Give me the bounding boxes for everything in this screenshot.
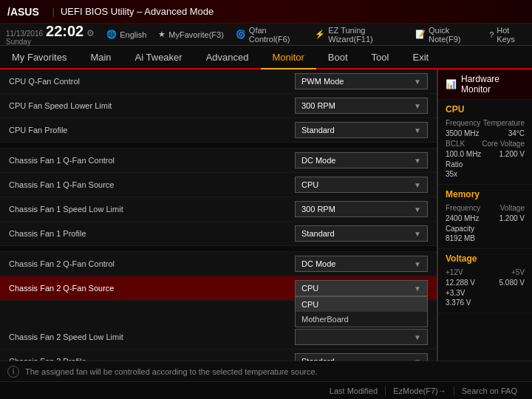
- footer-ezmode[interactable]: EzMode(F7)→: [386, 386, 454, 395]
- hotkeys-label: Hot Keys: [497, 26, 526, 44]
- dropdown-arrow-icon: ▼: [414, 205, 421, 214]
- nav-exit[interactable]: Exit: [400, 45, 440, 69]
- hw-cpu-title: CPU: [446, 104, 525, 115]
- chassis-fan1-profile-label: Chassis Fan 1 Profile: [9, 229, 295, 238]
- info-row: i The assigned fan will be controlled ac…: [0, 361, 532, 381]
- chassis-fan2-qfan-control-dropdown[interactable]: DC Mode ▼: [295, 256, 428, 272]
- chassis-fan1-qfan-control-label: Chassis Fan 1 Q-Fan Control: [9, 156, 295, 165]
- chassis-fan1-speed-low-limit-dropdown-container: 300 RPM ▼: [295, 201, 428, 217]
- hw-cpu-temperature-value: 34°C: [508, 129, 525, 137]
- hw-memory-title: Memory: [446, 189, 525, 200]
- toolbar-english[interactable]: 🌐 English: [106, 30, 146, 39]
- nav-advanced[interactable]: Advanced: [194, 45, 261, 69]
- title-text: UEFI BIOS Utility – Advanced Mode: [61, 6, 214, 17]
- hw-ratio-value: 35x: [446, 170, 525, 178]
- hw-core-voltage-value: 1.200 V: [499, 150, 525, 158]
- title-divider: |: [52, 7, 55, 17]
- chassis-fan2-qfan-source-dropdown[interactable]: CPU ▼: [295, 280, 428, 296]
- setting-chassis-fan2-profile: Chassis Fan 2 Profile Standard ▼: [0, 349, 437, 361]
- chassis-fan2-profile-label: Chassis Fan 2 Profile: [9, 357, 295, 361]
- chassis-fan2-speed-low-limit-dropdown[interactable]: ▼: [295, 329, 428, 345]
- chassis-fan2-profile-value: Standard: [301, 357, 335, 361]
- chassis-fan2-qfan-source-label: Chassis Fan 2 Q-Fan Source: [9, 284, 295, 293]
- section-divider-2: [0, 246, 437, 252]
- toolbar-qfan[interactable]: 🌀 Qfan Control(F6): [236, 26, 303, 44]
- eztuning-label: EZ Tuning Wizard(F11): [328, 26, 403, 44]
- setting-chassis-fan2-qfan-control: Chassis Fan 2 Q-Fan Control DC Mode ▼: [0, 252, 437, 276]
- lightning-icon: ⚡: [315, 30, 325, 39]
- nav-main[interactable]: Main: [78, 45, 123, 69]
- chassis-fan2-profile-dropdown[interactable]: Standard ▼: [295, 353, 428, 361]
- info-text: The assigned fan will be controlled acco…: [25, 367, 318, 376]
- dropdown-arrow-icon: ▼: [414, 230, 421, 238]
- cpu-fan-profile-dropdown[interactable]: Standard ▼: [295, 122, 428, 138]
- myfavorite-label: MyFavorite(F3): [168, 30, 224, 39]
- footer-search-faq[interactable]: Search on FAQ: [454, 386, 525, 395]
- setting-cpu-qfan-control: CPU Q-Fan Control PWM Mode ▼: [0, 69, 437, 94]
- dropdown-arrow-icon: ▼: [414, 181, 421, 189]
- main-content: CPU Q-Fan Control PWM Mode ▼ CPU Fan Spe…: [0, 69, 532, 361]
- dropdown-arrow-icon: ▼: [414, 358, 421, 361]
- settings-gear-icon[interactable]: ⚙: [86, 28, 95, 38]
- hw-12v-value: 12.288 V: [446, 279, 475, 287]
- chassis-fan1-speed-low-limit-dropdown[interactable]: 300 RPM ▼: [295, 201, 428, 217]
- cpu-qfan-control-dropdown[interactable]: PWM Mode ▼: [295, 73, 428, 89]
- cpu-fan-speed-lower-limit-dropdown[interactable]: 300 RPM ▼: [295, 98, 428, 114]
- hw-monitor-title: 📊 Hardware Monitor: [438, 69, 532, 100]
- chassis-fan2-speed-low-limit-label: Chassis Fan 2 Speed Low Limit: [9, 332, 295, 341]
- setting-chassis-fan1-qfan-control: Chassis Fan 1 Q-Fan Control DC Mode ▼: [0, 149, 437, 173]
- globe-icon: 🌐: [106, 30, 117, 39]
- cpu-fan-speed-lower-limit-label: CPU Fan Speed Lower Limit: [9, 101, 295, 110]
- footer-last-modified[interactable]: Last Modified: [322, 386, 386, 395]
- hw-frequency-label: Frequency: [446, 119, 480, 127]
- cpu-fan-profile-dropdown-container: Standard ▼: [295, 122, 428, 138]
- titlebar: /ASUS | UEFI BIOS Utility – Advanced Mod…: [0, 0, 532, 24]
- nav-boot[interactable]: Boot: [316, 45, 360, 69]
- nav-myfavorites[interactable]: My Favorites: [0, 45, 78, 69]
- setting-chassis-fan1-speed-low-limit: Chassis Fan 1 Speed Low Limit 300 RPM ▼: [0, 197, 437, 222]
- hw-capacity-value: 8192 MB: [446, 234, 525, 242]
- chassis-fan1-qfan-control-dropdown[interactable]: DC Mode ▼: [295, 152, 428, 168]
- chassis-fan1-qfan-source-dropdown[interactable]: CPU ▼: [295, 177, 428, 193]
- chassis-fan2-source-menu: CPU MotherBoard: [295, 296, 428, 327]
- fan-icon: 🌀: [236, 30, 246, 39]
- quicknote-label: Quick Note(F9): [429, 26, 477, 44]
- dropdown-arrow-icon: ▼: [414, 126, 421, 134]
- hw-core-voltage-label: Core Voltage: [482, 140, 525, 148]
- settings-panel: CPU Q-Fan Control PWM Mode ▼ CPU Fan Spe…: [0, 69, 437, 361]
- dropdown-arrow-icon: ▼: [414, 333, 421, 341]
- cpu-fan-speed-lower-limit-dropdown-container: 300 RPM ▼: [295, 98, 428, 114]
- chassis-fan2-qfan-source-dropdown-container: CPU ▼ CPU MotherBoard: [295, 280, 428, 296]
- hw-voltage-section: Voltage +12V +5V 12.288 V 5.080 V +3.3V …: [438, 249, 532, 313]
- hw-voltage-title: Voltage: [446, 253, 525, 264]
- nav-tool[interactable]: Tool: [360, 45, 401, 69]
- chassis-fan1-profile-dropdown[interactable]: Standard ▼: [295, 225, 428, 242]
- hw-capacity-label: Capacity: [446, 225, 525, 233]
- nav-aitweaker[interactable]: Ai Tweaker: [123, 45, 194, 69]
- chassis-fan2-qfan-control-value: DC Mode: [301, 259, 335, 268]
- hw-33v-label: +3.3V: [446, 289, 525, 297]
- hw-mem-voltage-value: 1.200 V: [499, 214, 525, 222]
- hw-volt-12v-5v-values: 12.288 V 5.080 V: [446, 279, 525, 287]
- cpu-qfan-control-value: PWM Mode: [301, 77, 344, 86]
- toolbar-myfavorite[interactable]: ★ MyFavorite(F3): [158, 30, 224, 39]
- toolbar-hotkeys[interactable]: ? Hot Keys: [489, 26, 526, 44]
- chassis-fan1-speed-low-limit-label: Chassis Fan 1 Speed Low Limit: [9, 205, 295, 214]
- star-icon: ★: [158, 30, 166, 39]
- dropdown-arrow-icon: ▼: [414, 284, 421, 293]
- info-icon: i: [7, 366, 19, 378]
- hw-33v-value: 3.376 V: [446, 299, 525, 307]
- chassis-fan2-source-option-motherboard[interactable]: MotherBoard: [296, 312, 427, 327]
- toolbar-quicknote[interactable]: 📝 Quick Note(F9): [415, 26, 477, 44]
- toolbar-eztuning[interactable]: ⚡ EZ Tuning Wizard(F11): [315, 26, 403, 44]
- hw-cpu-bclk-voltage-labels: BCLK Core Voltage: [446, 140, 525, 148]
- hw-cpu-frequency-value: 3500 MHz: [446, 129, 480, 137]
- hw-cpu-freq-temp-values: 3500 MHz 34°C: [446, 129, 525, 137]
- hw-temperature-label: Temperature: [483, 119, 525, 127]
- qfan-label: Qfan Control(F6): [249, 26, 303, 44]
- date-label: 11/13/2016Sunday: [6, 30, 43, 46]
- chassis-fan2-source-option-cpu[interactable]: CPU: [296, 297, 427, 312]
- time-label: 22:02: [46, 23, 83, 40]
- chassis-fan1-profile-dropdown-container: Standard ▼: [295, 225, 428, 242]
- nav-monitor[interactable]: Monitor: [261, 46, 316, 69]
